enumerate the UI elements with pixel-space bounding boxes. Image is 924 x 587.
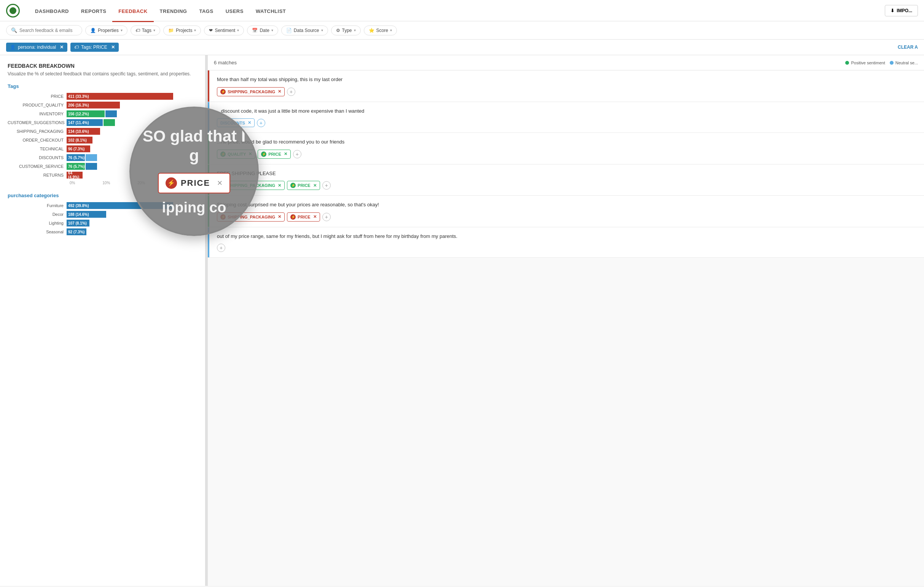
feedback-card-4: FREE SHIPPING PLEASE ⚡ SHIPPING_PACKAGIN… — [208, 164, 924, 196]
tags-filter-tag[interactable]: 🏷 Tags: PRICE ✕ — [70, 43, 119, 52]
add-tag-button[interactable]: + — [287, 88, 295, 96]
projects-icon: 📁 — [168, 28, 174, 33]
bar-row-inventory: INVENTORY 156 (12.2%) — [8, 111, 198, 117]
search-box[interactable]: 🔍 — [6, 25, 82, 35]
tag-chip-price: ⚡ PRICE ✕ — [287, 212, 320, 222]
feedback-card-3: ...he price, would be glad to recommend … — [208, 133, 924, 164]
filter-bar: 🔍 👤 Properties ▾ 🏷 Tags ▾ 📁 Projects ▾ ❤… — [0, 21, 924, 40]
tag-bolt-icon: ⚡ — [220, 214, 226, 220]
remove-tag[interactable]: ✕ — [248, 120, 251, 125]
neutral-sentiment-label: Neutral se... — [896, 61, 918, 65]
bar-row-technical: TECHNICAL 96 (7.3%) — [8, 146, 198, 152]
clear-all-button[interactable]: CLEAR A — [898, 45, 918, 50]
date-filter[interactable]: 📅 Date ▾ — [247, 25, 278, 35]
persona-filter-tag[interactable]: 👤 persona: individual ✕ — [6, 43, 68, 52]
sentiment-border — [208, 227, 209, 258]
add-tag-button[interactable]: + — [322, 181, 331, 190]
nav-trending[interactable]: TRENDING — [154, 2, 193, 22]
download-icon: ⬇ — [891, 8, 894, 13]
remove-tag[interactable]: ✕ — [278, 214, 281, 219]
bar-row-seasonal: Seasonal 92 (7.3%) — [8, 228, 198, 235]
nav-reports[interactable]: REPORTS — [75, 2, 112, 22]
tags-section-title: Tags — [8, 83, 198, 89]
nav-links: DASHBOARD REPORTS FEEDBACK TRENDING TAGS… — [29, 0, 885, 21]
projects-filter[interactable]: 📁 Projects ▾ — [163, 25, 201, 35]
datasource-filter[interactable]: 📄 Data Source ▾ — [281, 25, 328, 35]
chevron-down-icon: ▾ — [194, 28, 196, 32]
remove-tag[interactable]: ✕ — [313, 183, 317, 188]
tag-row: ⚡ SHIPPING_PACKAGING ✕ ⚡ PRICE ✕ + — [214, 212, 918, 222]
purchased-section-title: purchased categories — [8, 193, 198, 198]
remove-persona-filter[interactable]: ✕ — [60, 45, 64, 50]
tag-bolt-icon: ⚡ — [220, 89, 226, 94]
remove-tag[interactable]: ✕ — [284, 152, 287, 157]
nav-watchlist[interactable]: WATCHLIST — [250, 2, 292, 22]
bar-row-customer-suggestions: CUSTOMER_SUGGESTIONS 147 (11.4%) — [8, 119, 198, 126]
remove-tag[interactable]: ✕ — [313, 214, 317, 219]
tag-bolt-icon: ⚡ — [220, 152, 226, 157]
tag-row: ⚡ SHIPPING_PACKAGING ✕ ⚡ PRICE ✕ + — [214, 181, 918, 190]
nav-users[interactable]: USERS — [219, 2, 250, 22]
type-filter[interactable]: ⚙ Type ▾ — [331, 25, 361, 35]
tags-bar-chart: PRICE 411 (33.3%) PRODUCT_QUALITY 206 (1… — [8, 93, 198, 185]
add-tag-button[interactable]: + — [217, 244, 225, 252]
tag-chip-quality: ⚡ QUALITY ✕ — [217, 150, 255, 159]
bar-row-customer-service: CUSTOMER_SERVICE 76 (5.7%) — [8, 163, 198, 170]
chevron-down-icon: ▾ — [354, 28, 356, 32]
sentiment-filter[interactable]: ❤ Sentiment ▾ — [204, 25, 244, 35]
remove-tags-filter[interactable]: ✕ — [111, 45, 115, 50]
bar-row-lighting: Lighting 107 (8.1%) — [8, 220, 198, 227]
properties-filter[interactable]: 👤 Properties ▾ — [85, 25, 127, 35]
nav-dashboard[interactable]: DASHBOARD — [29, 2, 75, 22]
sentiment-icon: ❤ — [209, 28, 213, 33]
nav-feedback[interactable]: FEEDBACK — [112, 2, 153, 22]
matches-count: 6 matches — [214, 60, 237, 66]
score-filter[interactable]: ⭐ Score ▾ — [364, 25, 397, 35]
tag-icon: 🏷 — [74, 45, 79, 50]
date-icon: 📅 — [252, 28, 257, 33]
bar-row-product-quality: PRODUCT_QUALITY 206 (16.3%) — [8, 102, 198, 109]
sentiment-border — [208, 70, 209, 102]
bar-row-returns: RETURNS 64 (4.9%) — [8, 172, 198, 179]
remove-tag[interactable]: ✕ — [249, 152, 252, 157]
feedback-text: More than half my total was shipping, th… — [214, 76, 918, 83]
nav-tags[interactable]: TAGS — [193, 2, 219, 22]
sentiment-border — [208, 196, 209, 227]
remove-tag[interactable]: ✕ — [278, 183, 281, 188]
search-input[interactable] — [20, 28, 73, 33]
datasource-icon: 📄 — [286, 28, 292, 33]
feedback-text: Shipping cost surprised me but your pric… — [214, 201, 918, 208]
type-icon: ⚙ — [336, 28, 340, 33]
tag-chip-shipping: ⚡ SHIPPING_PACKAGING ✕ — [217, 212, 285, 222]
bar-row-order-checkout: ORDER_CHECKOUT 102 (8.1%) — [8, 137, 198, 144]
tag-row: DISCOUNTS ✕ + — [214, 118, 918, 127]
import-button[interactable]: ⬇ IMPO... — [885, 5, 918, 17]
properties-icon: 👤 — [90, 28, 96, 33]
tags-icon: 🏷 — [135, 28, 140, 33]
add-tag-button[interactable]: + — [293, 150, 301, 158]
tag-chip-price: ⚡ PRICE ✕ — [257, 150, 291, 159]
add-tag-button[interactable]: + — [257, 119, 265, 127]
results-header: 6 matches Positive sentiment Neutral se.… — [208, 55, 924, 70]
add-tag-button[interactable]: + — [322, 213, 331, 221]
bar-row-price: PRICE 411 (33.3%) — [8, 93, 198, 100]
chevron-down-icon: ▾ — [390, 28, 392, 32]
bar-row-decor: Decor 188 (14.6%) — [8, 211, 198, 218]
tags-filter[interactable]: 🏷 Tags ▾ — [130, 25, 160, 35]
positive-sentiment-label: Positive sentiment — [851, 61, 885, 65]
app-logo[interactable] — [6, 4, 20, 18]
feedback-card-2: ...discount code, it was just a little b… — [208, 102, 924, 133]
bar-row-discounts: DISCOUNTS 76 (5.7%) — [8, 154, 198, 161]
tag-row: ⚡ SHIPPING_PACKAGING ✕ + — [214, 87, 918, 96]
purchased-categories-section: purchased categories Furniture 492 (39.8… — [8, 193, 198, 235]
feedback-text: out of my price range, same for my frien… — [214, 233, 918, 240]
persona-icon: 👤 — [10, 45, 16, 50]
chevron-down-icon: ▾ — [321, 28, 323, 32]
remove-tag[interactable]: ✕ — [278, 89, 281, 94]
tag-chip-shipping: ⚡ SHIPPING_PACKAGING ✕ — [217, 87, 285, 96]
right-panel: 6 matches Positive sentiment Neutral se.… — [208, 55, 924, 586]
chevron-down-icon: ▾ — [153, 28, 155, 32]
sentiment-legend: Positive sentiment Neutral se... — [845, 61, 918, 65]
chevron-down-icon: ▾ — [271, 28, 273, 32]
tag-row: + — [214, 244, 918, 252]
